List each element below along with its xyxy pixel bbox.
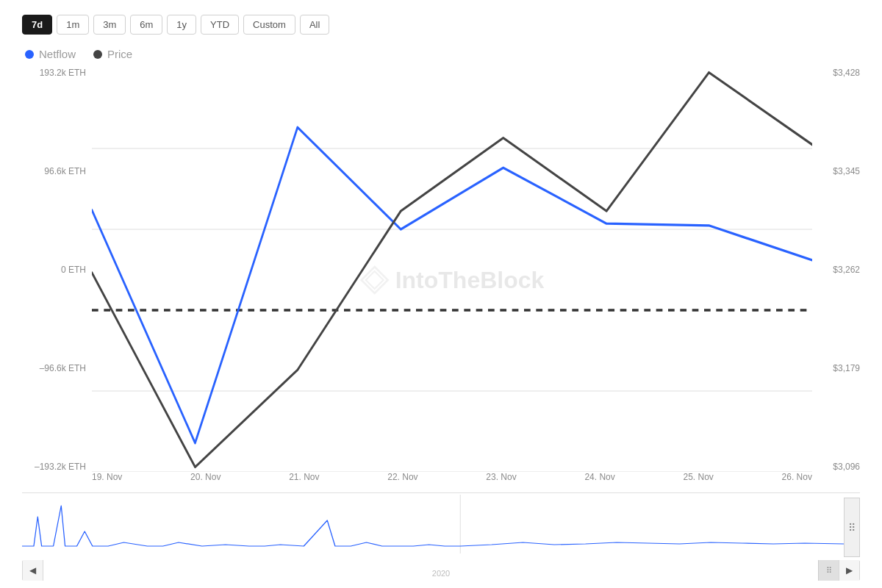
x-tick-1: 20. Nov xyxy=(190,472,220,482)
nav-thumb[interactable]: ⠿ xyxy=(818,560,839,581)
netflow-label: Netflow xyxy=(39,48,76,60)
main-container: 7d1m3m6m1yYTDCustomAll Netflow Price 193… xyxy=(0,0,882,588)
y-axis-right: $3,428$3,345$3,262$3,179$3,096 xyxy=(812,68,860,492)
y-left-tick-4: –193.2k ETH xyxy=(22,462,92,472)
y-left-tick-3: –96.6k ETH xyxy=(22,363,92,373)
y-right-tick-3: $3,179 xyxy=(812,363,860,373)
time-btn-1m[interactable]: 1m xyxy=(57,15,89,35)
time-btn-ytd[interactable]: YTD xyxy=(201,15,239,35)
time-btn-1y[interactable]: 1y xyxy=(167,15,196,35)
legend-price: Price xyxy=(93,48,132,60)
x-tick-6: 25. Nov xyxy=(683,472,713,482)
y-axis-left: 193.2k ETH96.6k ETH0 ETH–96.6k ETH–193.2… xyxy=(22,68,92,492)
y-right-tick-2: $3,262 xyxy=(812,265,860,275)
x-axis: 19. Nov20. Nov21. Nov22. Nov23. Nov24. N… xyxy=(92,472,812,492)
nav-track: 2020 ⠿ xyxy=(43,560,839,581)
y-right-tick-0: $3,428 xyxy=(812,68,860,78)
x-tick-7: 26. Nov xyxy=(782,472,812,482)
time-btn-7d[interactable]: 7d xyxy=(22,15,52,35)
chart-svg xyxy=(92,68,812,472)
main-chart-area: 193.2k ETH96.6k ETH0 ETH–96.6k ETH–193.2… xyxy=(22,68,860,581)
scroll-left-button[interactable]: ◀ xyxy=(23,560,43,581)
y-right-tick-4: $3,096 xyxy=(812,462,860,472)
time-range-bar: 7d1m3m6m1yYTDCustomAll xyxy=(22,15,860,35)
x-tick-4: 23. Nov xyxy=(486,472,516,482)
mini-chart-wrapper: ⠿ ◀ 2020 ⠿ ▶ xyxy=(22,492,860,581)
time-btn-6m[interactable]: 6m xyxy=(130,15,162,35)
legend-netflow: Netflow xyxy=(25,48,76,60)
scroll-handle[interactable]: ⠿ xyxy=(844,498,860,557)
y-left-tick-0: 193.2k ETH xyxy=(22,68,92,78)
time-btn-custom[interactable]: Custom xyxy=(243,15,295,35)
y-left-tick-2: 0 ETH xyxy=(22,265,92,275)
mini-chart-inner: ⠿ xyxy=(22,495,860,560)
time-btn-all[interactable]: All xyxy=(300,15,329,35)
price-dot xyxy=(93,50,102,59)
chart-wrapper: 193.2k ETH96.6k ETH0 ETH–96.6k ETH–193.2… xyxy=(22,68,860,492)
scroll-right-button[interactable]: ▶ xyxy=(839,560,859,581)
mini-chart-svg xyxy=(22,495,844,553)
time-btn-3m[interactable]: 3m xyxy=(93,15,126,35)
y-right-tick-1: $3,345 xyxy=(812,166,860,176)
year-label: 2020 xyxy=(432,569,450,578)
chart-legend: Netflow Price xyxy=(22,48,860,60)
chart-inner: IntoTheBlock xyxy=(92,68,812,492)
y-left-tick-1: 96.6k ETH xyxy=(22,166,92,176)
x-tick-3: 22. Nov xyxy=(387,472,417,482)
nav-row: ◀ 2020 ⠿ ▶ xyxy=(22,560,860,581)
price-label: Price xyxy=(107,48,132,60)
x-tick-2: 21. Nov xyxy=(289,472,319,482)
x-tick-0: 19. Nov xyxy=(92,472,122,482)
x-tick-5: 24. Nov xyxy=(584,472,614,482)
netflow-dot xyxy=(25,50,34,59)
